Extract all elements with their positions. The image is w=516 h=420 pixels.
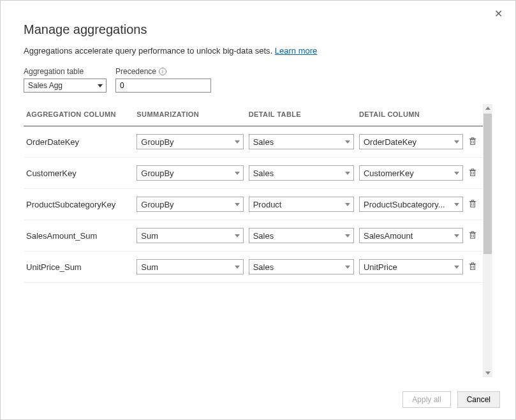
header-summarization: SUMMARIZATION (134, 104, 246, 126)
aggregation-column-cell: CustomerKey (24, 158, 134, 189)
aggregation-table-select[interactable]: Sales Agg (24, 79, 107, 93)
summarization-value: GroupBy (141, 137, 173, 147)
table-row: CustomerKeyGroupBySalesCustomerKey (24, 158, 483, 189)
table-row: SalesAmount_SumSumSalesSalesAmount (24, 220, 483, 251)
precedence-group: Precedence i (115, 67, 211, 93)
delete-icon[interactable] (468, 168, 477, 177)
manage-aggregations-dialog: ✕ Manage aggregations Aggregations accel… (0, 0, 516, 420)
detail-column-select[interactable]: SalesAmount (359, 228, 463, 243)
chevron-down-icon (345, 203, 350, 206)
precedence-input[interactable] (115, 79, 211, 93)
delete-icon[interactable] (468, 230, 477, 239)
detail-table-value: Sales (253, 262, 274, 272)
detail-column-select[interactable]: OrderDateKey (359, 134, 463, 149)
detail-table-value: Sales (253, 169, 274, 178)
summarization-select[interactable]: GroupBy (136, 197, 243, 212)
chevron-down-icon (345, 140, 350, 144)
chevron-down-icon (235, 140, 240, 144)
aggregations-table: AGGREGATION COLUMN SUMMARIZATION DETAIL … (24, 104, 483, 283)
table-row: UnitPrice_SumSumSalesUnitPrice (24, 251, 483, 283)
dialog-footer: Apply all Cancel (1, 384, 515, 419)
chevron-down-icon (454, 140, 459, 144)
delete-icon[interactable] (468, 199, 477, 208)
aggregation-column-cell: UnitPrice_Sum (24, 251, 134, 283)
chevron-down-icon (345, 234, 350, 237)
scroll-thumb[interactable] (483, 114, 492, 254)
aggregation-table-label: Aggregation table (24, 67, 107, 76)
detail-column-value: OrderDateKey (364, 137, 416, 147)
aggregation-column-cell: SalesAmount_Sum (24, 220, 134, 251)
detail-table-value: Sales (253, 231, 274, 241)
detail-column-value: CustomerKey (364, 169, 414, 178)
precedence-label: Precedence i (115, 67, 211, 76)
svg-rect-0 (470, 139, 475, 144)
chevron-down-icon (235, 266, 240, 269)
controls-row: Aggregation table Sales Agg Precedence i (24, 67, 492, 93)
cancel-button[interactable]: Cancel (457, 391, 500, 408)
detail-table-value: Sales (253, 137, 274, 147)
chevron-down-icon (454, 203, 459, 206)
summarization-value: GroupBy (141, 200, 173, 209)
detail-column-select[interactable]: ProductSubcategory... (359, 197, 463, 212)
chevron-down-icon (235, 203, 240, 206)
detail-table-select[interactable]: Sales (249, 165, 354, 181)
header-detail-column: DETAIL COLUMN (357, 104, 466, 126)
chevron-down-icon (454, 172, 459, 175)
scroll-down-icon[interactable] (485, 371, 490, 375)
chevron-down-icon (454, 234, 459, 237)
scroll-up-icon[interactable] (485, 107, 490, 110)
aggregation-table-value: Sales Agg (28, 81, 63, 90)
svg-rect-1 (470, 170, 475, 176)
svg-rect-4 (470, 264, 475, 269)
summarization-select[interactable]: Sum (136, 228, 243, 243)
precedence-label-text: Precedence (115, 67, 156, 76)
dialog-title: Manage aggregations (24, 22, 492, 37)
detail-table-value: Product (253, 200, 282, 209)
summarization-value: Sum (141, 231, 158, 241)
detail-table-select[interactable]: Sales (249, 134, 354, 149)
detail-column-value: UnitPrice (364, 262, 397, 272)
aggregation-column-cell: OrderDateKey (24, 126, 134, 158)
summarization-select[interactable]: GroupBy (136, 165, 243, 181)
detail-table-select[interactable]: Product (249, 197, 354, 212)
header-delete (466, 104, 483, 126)
table-area: AGGREGATION COLUMN SUMMARIZATION DETAIL … (24, 104, 483, 377)
chevron-down-icon (345, 172, 350, 175)
close-button[interactable]: ✕ (490, 7, 506, 20)
detail-column-select[interactable]: CustomerKey (359, 165, 463, 181)
detail-column-value: ProductSubcategory... (364, 200, 445, 209)
delete-icon[interactable] (468, 262, 477, 271)
header-detail-table: DETAIL TABLE (246, 104, 357, 126)
table-row: OrderDateKeyGroupBySalesOrderDateKey (24, 126, 483, 158)
delete-icon[interactable] (468, 137, 477, 146)
chevron-down-icon (345, 266, 350, 269)
aggregation-column-cell: ProductSubcategoryKey (24, 189, 134, 220)
summarization-select[interactable]: GroupBy (136, 134, 243, 149)
subtitle-text: Aggregations accelerate query performanc… (24, 46, 275, 56)
table-header-row: AGGREGATION COLUMN SUMMARIZATION DETAIL … (24, 104, 483, 126)
detail-column-value: SalesAmount (364, 231, 413, 241)
chevron-down-icon (98, 84, 103, 87)
summarization-value: Sum (141, 262, 158, 272)
detail-column-select[interactable]: UnitPrice (359, 259, 463, 274)
chevron-down-icon (454, 266, 459, 269)
aggregation-table-group: Aggregation table Sales Agg (24, 67, 107, 93)
close-icon: ✕ (494, 8, 503, 19)
scrollbar[interactable] (483, 104, 492, 377)
info-icon[interactable]: i (159, 68, 166, 75)
header-aggregation-column: AGGREGATION COLUMN (24, 104, 134, 126)
svg-rect-3 (470, 233, 475, 238)
detail-table-select[interactable]: Sales (249, 259, 354, 274)
apply-all-button[interactable]: Apply all (402, 391, 450, 408)
learn-more-link[interactable]: Learn more (275, 46, 317, 56)
detail-table-select[interactable]: Sales (249, 228, 354, 243)
chevron-down-icon (235, 234, 240, 237)
svg-rect-2 (470, 202, 475, 207)
dialog-content: Manage aggregations Aggregations acceler… (1, 1, 515, 384)
chevron-down-icon (235, 172, 240, 175)
summarization-select[interactable]: Sum (136, 259, 243, 274)
summarization-value: GroupBy (141, 169, 173, 178)
table-row: ProductSubcategoryKeyGroupByProductProdu… (24, 189, 483, 220)
table-wrap: AGGREGATION COLUMN SUMMARIZATION DETAIL … (24, 104, 492, 377)
dialog-subtitle: Aggregations accelerate query performanc… (24, 46, 492, 56)
